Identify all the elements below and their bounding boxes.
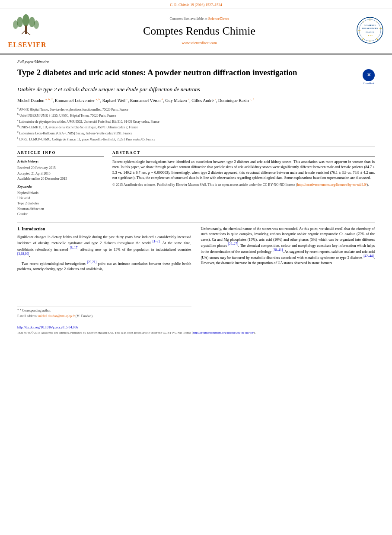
affil-f: f CNRS, LCMCP-UPMC, Collège de France, 1… [17, 136, 375, 142]
body-col-right: Unfortunately, the chemical nature of th… [201, 226, 375, 319]
info-abstract-section: ARTICLE INFO Article history: Received 2… [17, 150, 375, 217]
main-body: 1. Introduction Significant changes in d… [17, 226, 375, 319]
accepted-date: Accepted 21 April 2015 [17, 171, 104, 176]
keywords-label: Keywords: [17, 185, 104, 189]
body-para-1: Significant changes in dietary habits an… [17, 234, 191, 258]
affil-d: d CNRS-CEMHTI, 1D, avenue de la Recherch… [17, 124, 375, 130]
available-date: Available online 20 December 2015 [17, 176, 104, 181]
affil-b: b Unité INSERM UMR S 1155, UPMC, Hôpital… [17, 112, 375, 118]
affil-a: a AP-HP, Hôpital Tenon, Service des expl… [17, 106, 375, 112]
section-divider-2 [17, 222, 375, 223]
page: C. R. Chimie 19 (2016) 1527–1534 ELSEVIE… [0, 0, 392, 535]
article-info-col: ARTICLE INFO Article history: Received 2… [17, 150, 104, 217]
journal-url[interactable]: www.sciencedirect.com [55, 41, 343, 46]
svg-point-0 [22, 14, 29, 26]
body-col-left: 1. Introduction Significant changes in d… [17, 226, 191, 319]
journal-title: Comptes Rendus Chimie [55, 23, 343, 39]
keyword-2: Uric acid [17, 196, 104, 201]
affil-e: e Laboratoire Léon-Brillouin, (CEA–CNRS)… [17, 130, 375, 136]
ref-8-17[interactable]: [8–17] [70, 246, 79, 250]
elsevier-logo-container: ELSEVIER [8, 13, 47, 50]
article-subtitle: Diabète de type 2 et calculs d'acide uri… [17, 86, 375, 93]
svg-text:✦ ✦ ✦: ✦ ✦ ✦ [368, 35, 373, 37]
footnote-section: * * Corresponding author. E-mail address… [17, 306, 191, 318]
svg-point-4 [34, 20, 39, 29]
sciencedirect-label: Contents lists available at ScienceDirec… [55, 16, 343, 22]
ref-1-7[interactable]: [1–7] [153, 239, 159, 243]
journal-citation: C. R. Chimie 19 (2016) 1527–1534 [0, 0, 392, 9]
license-link[interactable]: http://creativecommons.org/licenses/by-n… [297, 183, 367, 187]
abstract-col: ABSTRACT Recent epidemiologic investigat… [112, 150, 375, 217]
email-footnote: E-mail address: michel.daudon@tnn.aphp.f… [17, 314, 191, 319]
keyword-4: Neutron diffraction [17, 207, 104, 211]
abstract-copyright: © 2015 Académie des sciences. Published … [112, 182, 375, 188]
author-email[interactable]: michel.daudon@tnn.aphp.fr [38, 314, 75, 318]
authors-list: Michel Daudon a, b, *, Emmanuel Letavern… [17, 98, 375, 104]
svg-text:DES SCIENCES: DES SCIENCES [362, 27, 378, 29]
bottom-license-link[interactable]: http://creativecommons.org/licenses/by-n… [193, 331, 254, 334]
section-divider [17, 146, 375, 146]
section1-title: 1. Introduction [17, 226, 191, 232]
svg-text:FRANCE: FRANCE [366, 31, 374, 33]
article-info-header: ARTICLE INFO [17, 150, 104, 157]
keyword-3: Type 2 diabetes [17, 201, 104, 206]
ref-3-18-19[interactable]: [3,18,19] [17, 252, 29, 256]
article-type: Full paper/Mémoire [17, 59, 375, 64]
journal-citation-text: C. R. Chimie 19 (2016) 1527–1534 [170, 3, 222, 7]
article-title: Type 2 diabetes and uric acid stones: A … [17, 67, 375, 78]
ref-22-27[interactable]: [22–27] [228, 242, 238, 246]
keyword-5: Gender [17, 212, 104, 217]
ref-20-21[interactable]: [20,21] [87, 260, 96, 264]
academy-badge: ACADÉMIE DES SCIENCES FRANCE ✦ ✦ ✦ [352, 16, 384, 46]
affiliations: a AP-HP, Hôpital Tenon, Service des expl… [17, 106, 375, 142]
crossmark-badge[interactable]: ✕ CrossMark [363, 69, 375, 85]
keyword-1: Nephrolithiasis [17, 191, 104, 195]
received-date: Received 20 February 2015 [17, 166, 104, 170]
doi-bar: http://dx.doi.org/10.1016/j.crci.2015.04… [17, 323, 375, 335]
crossmark-icon: ✕ [363, 69, 375, 81]
abstract-body: Recent epidemiologic investigations have… [112, 159, 375, 188]
body-para-right-1: Unfortunately, the chemical nature of th… [201, 226, 375, 266]
body-text-left: Significant changes in dietary habits an… [17, 234, 191, 271]
article-content: Full paper/Mémoire ✕ CrossMark Type 2 di… [0, 54, 392, 340]
article-history-label: Article history: [17, 159, 104, 164]
affil-c: c Laboratoire de physique des solides, U… [17, 118, 375, 124]
doi-link[interactable]: http://dx.doi.org/10.1016/j.crci.2015.04… [17, 325, 78, 329]
ref-42-44[interactable]: [42–44] [363, 254, 374, 258]
svg-point-3 [13, 20, 18, 29]
journal-header: ELSEVIER Contents lists available at Sci… [0, 9, 392, 54]
elsevier-logo-image [8, 13, 45, 41]
body-text-right: Unfortunately, the chemical nature of th… [201, 226, 375, 266]
corresponding-author-note: * * Corresponding author. [17, 309, 191, 313]
svg-point-9 [359, 19, 381, 41]
elsevier-wordmark: ELSEVIER [8, 40, 47, 50]
journal-info: Contents lists available at ScienceDirec… [47, 16, 352, 46]
abstract-paragraph: Recent epidemiologic investigations have… [112, 159, 375, 180]
abstract-header: ABSTRACT [112, 150, 375, 157]
sciencedirect-link[interactable]: ScienceDirect [208, 16, 229, 21]
ref-28-41[interactable]: [28–41] [273, 248, 283, 252]
academy-seal: ACADÉMIE DES SCIENCES FRANCE ✦ ✦ ✦ [356, 16, 384, 45]
svg-text:ACADÉMIE: ACADÉMIE [364, 24, 376, 26]
bottom-copyright: 1631-0748/© 2015 Académie des sciences. … [17, 331, 375, 335]
body-para-2: Two recent epidemiological investigation… [17, 260, 191, 271]
svg-point-8 [357, 17, 383, 43]
